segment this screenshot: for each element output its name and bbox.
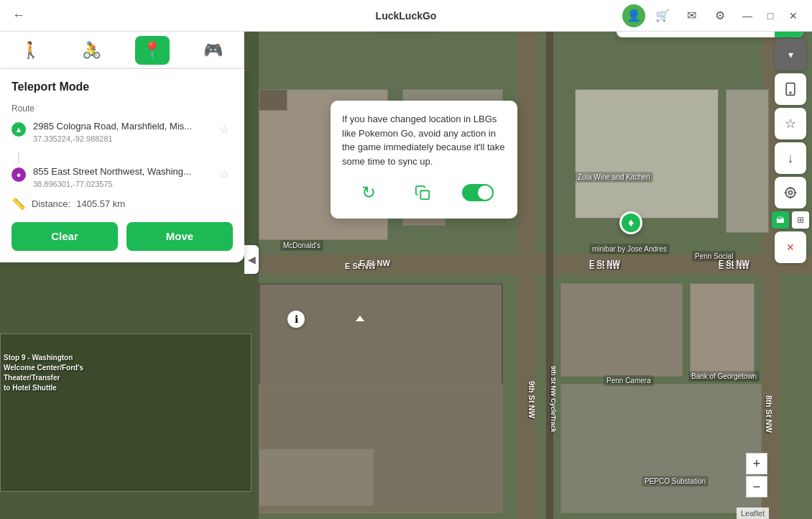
minimize-button[interactable]: —: [737, 6, 757, 26]
info-popup: If you have changed location in LBGs lik…: [331, 101, 517, 219]
distance-row: 📏 Distance: 1405.57 km: [11, 197, 233, 211]
side-panel: Teleport Mode Route ▲ 2985 Cologna Road,…: [0, 69, 244, 262]
origin-dot: ▲: [11, 122, 26, 137]
bike-mode-button[interactable]: 🚴: [74, 36, 109, 65]
move-button[interactable]: Move: [126, 222, 233, 251]
road-text-e-st3: E St NW: [719, 259, 749, 267]
road-9th-st: [517, 32, 536, 519]
road-label-cycletrack: 9th St NW CycleTrack: [550, 366, 557, 433]
game-mode-button[interactable]: 🎮: [196, 36, 231, 65]
distance-label: Distance:: [32, 198, 70, 209]
sync-toggle[interactable]: [462, 184, 494, 201]
distance-icon: 📏: [11, 197, 26, 211]
dest-dot: ●: [11, 167, 26, 182]
map-info-pin: ℹ: [287, 311, 305, 328]
refresh-button[interactable]: ↻: [354, 178, 383, 207]
locate-button[interactable]: [775, 177, 806, 208]
crosshair-button[interactable]: ✕: [775, 231, 806, 263]
road-text-e-st: E St NW: [359, 259, 390, 267]
leaflet-attribution: Leaflet: [737, 507, 769, 519]
zoom-controls: + −: [746, 453, 767, 497]
window-controls: — □ ✕: [737, 6, 803, 26]
panel-title: Teleport Mode: [11, 81, 233, 93]
walk-mode-button[interactable]: 🚶: [13, 36, 47, 65]
svg-point-3: [789, 191, 793, 195]
title-bar-right: 👤 🛒 ✉ ⚙ — □ ✕: [622, 4, 812, 27]
download-button[interactable]: ↓: [775, 142, 806, 174]
popup-arrow: [356, 316, 364, 321]
teleport-mode-button[interactable]: 📍: [135, 36, 170, 65]
mail-button[interactable]: ✉: [680, 4, 703, 27]
road-cycle-track: [546, 32, 553, 519]
penn-camera-label: Penn Camera: [604, 375, 654, 386]
zoom-out-button[interactable]: −: [746, 476, 767, 497]
mcdonalds-label: McDonald's: [280, 240, 323, 251]
dest-coords: 38.896301,-77.023575: [33, 180, 208, 188]
avatar-button[interactable]: 👤: [622, 4, 645, 27]
settings-button[interactable]: ⚙: [709, 4, 732, 27]
dest-text: 855 East Street Northwest, Washing... 38…: [33, 166, 208, 188]
info-popup-text: If you have changed location in LBGs lik…: [342, 112, 506, 168]
cart-button[interactable]: 🛒: [651, 4, 674, 27]
favorite-button[interactable]: ☆: [775, 108, 806, 139]
building-7: [259, 89, 287, 111]
teleport-icon: 📍: [142, 41, 162, 60]
building-9: [690, 283, 755, 377]
walk-icon: 🚶: [21, 41, 40, 60]
origin-favorite-button[interactable]: ☆: [216, 121, 233, 138]
origin-coords: 37.335224,-92.988281: [33, 134, 208, 143]
washington-label: Stop 9 - WashingtonWelcome Center/Ford's…: [4, 353, 83, 393]
right-panel: ▾ ☆ ↓ 🏔 ⊞ ✕: [769, 32, 812, 519]
svg-point-2: [790, 92, 791, 93]
distance-value: 1405.57 km: [76, 198, 125, 209]
panel-collapse-button[interactable]: ◀: [244, 245, 259, 274]
building-12: [259, 449, 374, 506]
building-3: [575, 89, 719, 219]
pepco-label: PEPCO Substation: [642, 476, 709, 487]
dest-address: 855 East Street Northwest, Washing...: [33, 166, 208, 178]
map-type-group: 🏔 ⊞: [772, 211, 809, 229]
zola-label: Zola Wine and Kitchen: [575, 172, 653, 183]
origin-address: 2985 Cologna Road, Marshfield, Mis...: [33, 121, 208, 133]
grid-map-button[interactable]: ⊞: [792, 211, 809, 229]
terrain-button[interactable]: 🏔: [772, 211, 789, 229]
close-button[interactable]: ✕: [783, 6, 803, 26]
clear-button[interactable]: Clear: [11, 222, 118, 251]
route-dest-item: ● 855 East Street Northwest, Washing... …: [11, 166, 233, 188]
mode-toolbar: 🚶 🚴 📍 🎮: [0, 32, 244, 69]
back-button[interactable]: ←: [9, 6, 29, 26]
bike-icon: 🚴: [82, 41, 101, 60]
svg-rect-0: [420, 190, 429, 199]
popup-actions: ↻: [342, 178, 506, 207]
map-marker-destination: ♦: [619, 211, 642, 234]
toggle-knob: [478, 185, 492, 200]
origin-text: 2985 Cologna Road, Marshfield, Mis... 37…: [33, 121, 208, 143]
zoom-in-button[interactable]: +: [746, 453, 767, 474]
building-8: [560, 283, 683, 377]
copy-button[interactable]: [408, 178, 437, 207]
building-10: [560, 384, 762, 513]
svg-point-4: [785, 188, 795, 197]
dest-favorite-button[interactable]: ☆: [216, 166, 233, 183]
title-bar-left: ←: [0, 6, 29, 26]
action-buttons: Clear Move: [11, 222, 233, 251]
minibar-label: minibar by Jose Andres: [589, 244, 670, 254]
building-4: [726, 89, 769, 233]
title-bar: ← LuckLuckGo 👤 🛒 ✉ ⚙ — □ ✕: [0, 0, 812, 32]
app-title: LuckLuckGo: [376, 10, 437, 22]
route-origin-item: ▲ 2985 Cologna Road, Marshfield, Mis... …: [11, 121, 233, 143]
route-connector-line: [18, 152, 19, 163]
road-text-e-st2: E St NW: [589, 259, 620, 267]
route-label: Route: [11, 104, 233, 114]
maximize-button[interactable]: □: [760, 6, 780, 26]
road-label-9th: 9th St NW: [527, 381, 536, 418]
bank-label: Bank of Georgetown: [688, 371, 760, 382]
marker-icon: ♦: [619, 211, 642, 234]
collapse-right-button[interactable]: ▾: [775, 39, 806, 70]
mobile-button[interactable]: [775, 73, 806, 105]
game-icon: 🎮: [203, 41, 223, 60]
